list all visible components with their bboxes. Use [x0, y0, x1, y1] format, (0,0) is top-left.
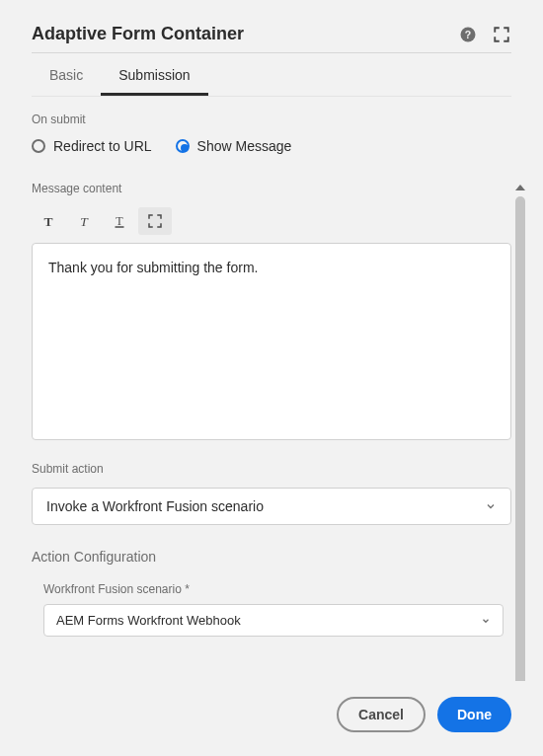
workfront-scenario-label: Workfront Fusion scenario * — [43, 582, 511, 596]
scroll-thumb[interactable] — [515, 196, 525, 699]
underline-button[interactable]: T — [103, 207, 136, 235]
radio-icon — [176, 139, 190, 153]
svg-text:T: T — [116, 214, 123, 228]
scroll-up-arrow[interactable] — [515, 185, 525, 190]
radio-label: Show Message — [197, 138, 292, 154]
message-content-editor[interactable]: Thank you for submitting the form. — [32, 243, 511, 440]
radio-redirect-url[interactable]: Redirect to URL — [32, 138, 152, 154]
select-value: AEM Forms Workfront Webhook — [56, 613, 241, 628]
rich-text-toolbar: T T T — [32, 207, 511, 235]
tab-submission[interactable]: Submission — [101, 53, 207, 96]
radio-label: Redirect to URL — [53, 138, 152, 154]
cancel-button[interactable]: Cancel — [337, 697, 426, 732]
tab-basic[interactable]: Basic — [32, 53, 101, 96]
chevron-down-icon — [481, 616, 491, 626]
tab-bar: Basic Submission — [32, 53, 511, 97]
radio-icon — [32, 139, 45, 153]
svg-text:T: T — [80, 214, 89, 229]
help-icon[interactable]: ? — [458, 25, 478, 44]
vertical-scrollbar[interactable] — [511, 181, 529, 699]
message-content-label: Message content — [32, 182, 511, 195]
action-configuration-header: Action Configuration — [32, 549, 511, 565]
select-value: Invoke a Workfront Fusion scenario — [46, 498, 264, 514]
radio-show-message[interactable]: Show Message — [176, 138, 292, 154]
done-button[interactable]: Done — [437, 697, 511, 732]
italic-button[interactable]: T — [67, 207, 101, 235]
on-submit-label: On submit — [32, 113, 511, 126]
chevron-down-icon — [485, 500, 497, 512]
svg-text:T: T — [43, 214, 52, 229]
fullscreen-icon[interactable] — [492, 25, 511, 44]
bold-button[interactable]: T — [32, 207, 65, 235]
submit-action-select[interactable]: Invoke a Workfront Fusion scenario — [32, 488, 511, 525]
dialog-title: Adaptive Form Container — [32, 24, 244, 44]
workfront-scenario-select[interactable]: AEM Forms Workfront Webhook — [43, 604, 504, 637]
svg-text:?: ? — [465, 28, 471, 39]
submit-action-label: Submit action — [32, 462, 511, 476]
expand-editor-button[interactable] — [138, 207, 172, 235]
